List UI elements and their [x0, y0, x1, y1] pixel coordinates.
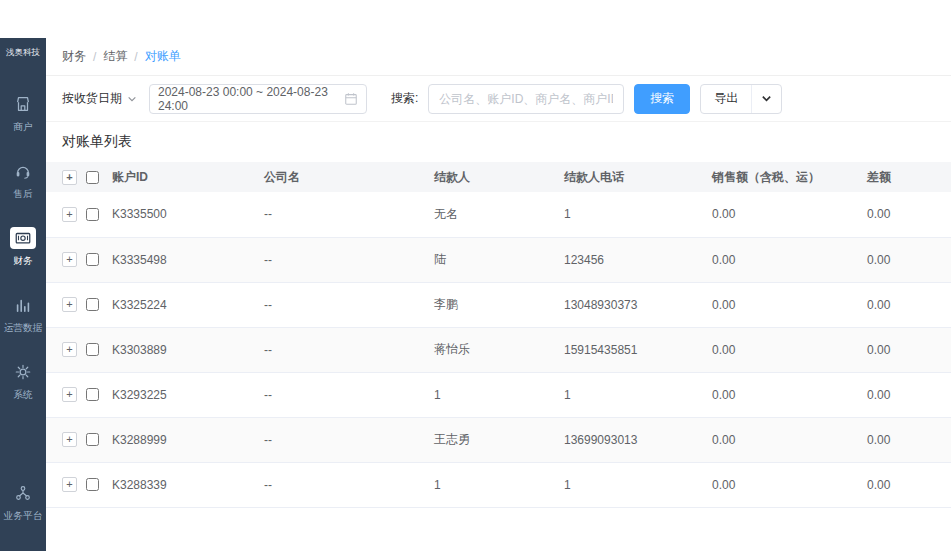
row-checkbox[interactable]: [86, 298, 99, 311]
sidebar-item-label: 系统: [13, 388, 32, 401]
breadcrumb-separator: /: [93, 50, 96, 64]
breadcrumb: 财务 / 结算 / 对账单: [46, 38, 951, 76]
export-button[interactable]: 导出: [700, 84, 782, 114]
column-header-payee-phone: 结款人电话: [562, 162, 710, 192]
cell-company: --: [262, 282, 432, 327]
search-label: 搜索:: [391, 90, 418, 107]
breadcrumb-separator: /: [134, 50, 137, 64]
page-title: 对账单列表: [46, 122, 951, 162]
cell-account-id: K3335498: [110, 237, 262, 282]
org-nodes-icon: [10, 482, 36, 504]
sidebar-item-finance[interactable]: 财务: [0, 221, 46, 274]
cell-sales: 0.00: [710, 372, 865, 417]
column-header-sales: 销售额（含税、运）: [710, 162, 865, 192]
gear-icon: [10, 361, 36, 383]
table-row: K3325224 -- 李鹏 13048930373 0.00 0.00: [46, 282, 951, 327]
expand-row-button[interactable]: [62, 297, 77, 312]
main-content: 财务 / 结算 / 对账单 按收货日期 2024-08-23 00:00 ~ 2…: [46, 38, 951, 551]
table-row: K3293225 -- 1 1 0.00 0.00: [46, 372, 951, 417]
expand-row-button[interactable]: [62, 387, 77, 402]
table-row: K3303889 -- 蒋怡乐 15915435851 0.00 0.00: [46, 327, 951, 372]
chevron-down-icon: [127, 94, 137, 104]
cell-payee: 蒋怡乐: [432, 327, 562, 372]
breadcrumb-item-finance[interactable]: 财务: [62, 48, 86, 65]
app-shell: 浅奥科技 商户 售后 财务: [0, 38, 951, 551]
cell-payee-phone: 13048930373: [562, 282, 710, 327]
sidebar-item-business-platform[interactable]: 业务平台: [0, 476, 46, 529]
cell-company: --: [262, 462, 432, 507]
row-checkbox[interactable]: [86, 343, 99, 356]
column-header-difference: 差额: [865, 162, 951, 192]
storefront-icon: [10, 93, 36, 115]
sidebar-item-label: 财务: [13, 254, 32, 267]
search-button[interactable]: 搜索: [634, 84, 690, 114]
sidebar-item-label: 业务平台: [4, 509, 43, 522]
app-logo: 浅奥科技: [6, 46, 40, 58]
row-checkbox[interactable]: [86, 478, 99, 491]
row-checkbox[interactable]: [86, 253, 99, 266]
headset-icon: [10, 160, 36, 182]
cell-sales: 0.00: [710, 192, 865, 237]
cell-difference: 0.00: [865, 372, 951, 417]
cell-difference: 0.00: [865, 327, 951, 372]
table-row: K3335500 -- 无名 1 0.00 0.00: [46, 192, 951, 237]
cell-payee-phone: 123456: [562, 237, 710, 282]
column-header-account-id: 账户ID: [110, 162, 262, 192]
sidebar-item-system[interactable]: 系统: [0, 355, 46, 408]
expand-all-button[interactable]: [62, 170, 77, 185]
search-input[interactable]: [428, 84, 624, 114]
expand-row-button[interactable]: [62, 342, 77, 357]
sidebar-item-operations-data[interactable]: 运营数据: [0, 288, 46, 341]
expand-row-button[interactable]: [62, 432, 77, 447]
cell-payee: 无名: [432, 192, 562, 237]
cell-difference: 0.00: [865, 237, 951, 282]
row-checkbox[interactable]: [86, 388, 99, 401]
cell-sales: 0.00: [710, 327, 865, 372]
cell-payee: 王志勇: [432, 417, 562, 462]
sidebar-item-label: 运营数据: [4, 321, 43, 334]
cell-payee: 李鹏: [432, 282, 562, 327]
column-header-company: 公司名: [262, 162, 432, 192]
cell-company: --: [262, 327, 432, 372]
sidebar-item-merchant[interactable]: 商户: [0, 87, 46, 140]
row-checkbox[interactable]: [86, 433, 99, 446]
cell-payee: 陆: [432, 237, 562, 282]
cell-account-id: K3325224: [110, 282, 262, 327]
column-header-payee: 结款人: [432, 162, 562, 192]
expand-row-button[interactable]: [62, 252, 77, 267]
cell-sales: 0.00: [710, 282, 865, 327]
chevron-down-icon[interactable]: [751, 85, 781, 113]
top-bar: [0, 0, 951, 38]
cell-difference: 0.00: [865, 417, 951, 462]
cell-payee-phone: 15915435851: [562, 327, 710, 372]
finance-bill-icon: [10, 227, 36, 249]
breadcrumb-item-settlement[interactable]: 结算: [103, 48, 127, 65]
cell-payee-phone: 1: [562, 192, 710, 237]
date-range-input[interactable]: 2024-08-23 00:00 ~ 2024-08-23 24:00: [149, 84, 367, 114]
cell-sales: 0.00: [710, 237, 865, 282]
cell-account-id: K3288339: [110, 462, 262, 507]
cell-company: --: [262, 372, 432, 417]
filter-toolbar: 按收货日期 2024-08-23 00:00 ~ 2024-08-23 24:0…: [46, 76, 951, 122]
expand-row-button[interactable]: [62, 477, 77, 492]
table-header-row: 账户ID 公司名 结款人 结款人电话 销售额（含税、运） 差额: [46, 162, 951, 192]
expand-row-button[interactable]: [62, 207, 77, 222]
sidebar-item-label: 售后: [13, 187, 32, 200]
sidebar-item-label: 商户: [13, 120, 32, 133]
cell-payee: 1: [432, 462, 562, 507]
cell-company: --: [262, 192, 432, 237]
cell-account-id: K3293225: [110, 372, 262, 417]
select-all-checkbox[interactable]: [86, 171, 99, 184]
cell-payee-phone: 13699093013: [562, 417, 710, 462]
date-type-select[interactable]: 按收货日期: [62, 90, 137, 107]
table-row: K3335498 -- 陆 123456 0.00 0.00: [46, 237, 951, 282]
cell-company: --: [262, 237, 432, 282]
cell-payee-phone: 1: [562, 372, 710, 417]
row-checkbox[interactable]: [86, 208, 99, 221]
sidebar-item-aftersales[interactable]: 售后: [0, 154, 46, 207]
date-range-value: 2024-08-23 00:00 ~ 2024-08-23 24:00: [158, 85, 344, 113]
cell-account-id: K3335500: [110, 192, 262, 237]
table-row: K3288339 -- 1 1 0.00 0.00: [46, 462, 951, 507]
sidebar-nav: 商户 售后 财务 运营数据: [0, 87, 46, 422]
cell-sales: 0.00: [710, 417, 865, 462]
